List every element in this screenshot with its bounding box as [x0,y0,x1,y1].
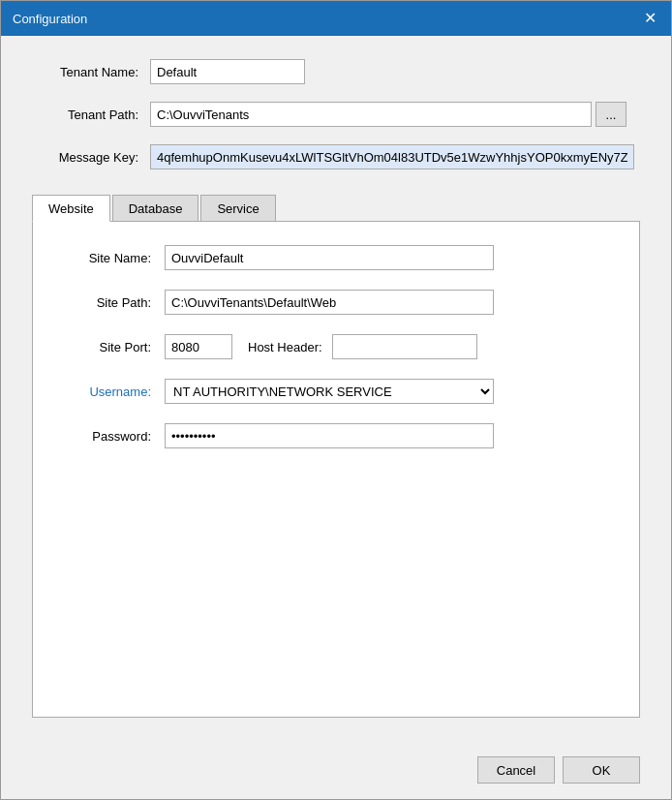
host-header-label: Host Header: [248,340,322,354]
site-path-label: Site Path: [64,295,151,310]
tenant-name-input[interactable] [150,59,305,84]
tabs-container: Website Database Service Site Name: Site… [32,195,640,718]
password-input[interactable] [165,423,494,448]
tenant-name-label: Tenant Name: [32,65,138,79]
tab-service[interactable]: Service [200,195,275,222]
dialog-footer: Cancel OK [1,741,671,799]
username-row: Username: NT AUTHORITY\NETWORK SERVICE [64,379,608,404]
site-path-row: Site Path: [64,290,608,315]
tenant-path-row: Tenant Path: ... [32,102,640,127]
message-key-label: Message Key: [32,150,138,165]
cancel-button[interactable]: Cancel [477,756,555,784]
tab-headers: Website Database Service [32,195,640,222]
site-name-row: Site Name: [64,245,608,270]
tab-content: Site Name: Site Path: Site Port: Host He [32,221,640,718]
tab-database[interactable]: Database [112,195,199,222]
site-path-input[interactable] [165,290,494,315]
title-bar: Configuration ✕ [1,1,671,36]
site-name-input[interactable] [165,245,494,270]
username-label: Username: [64,385,151,399]
message-key-input[interactable] [150,144,634,169]
site-name-label: Site Name: [64,251,151,265]
dialog-body: Tenant Name: Tenant Path: ... Message Ke… [1,36,671,741]
site-port-input[interactable] [165,334,232,359]
password-label: Password: [64,429,151,444]
site-port-label: Site Port: [64,340,151,354]
close-button[interactable]: ✕ [640,9,659,28]
tenant-name-row: Tenant Name: [32,59,640,84]
tenant-path-input[interactable] [150,102,592,127]
host-header-input[interactable] [332,334,477,359]
tenant-path-label: Tenant Path: [32,108,138,122]
configuration-dialog: Configuration ✕ Tenant Name: Tenant Path… [0,0,672,800]
message-key-row: Message Key: [32,144,640,169]
website-panel: Site Name: Site Path: Site Port: Host He [64,245,608,448]
username-select[interactable]: NT AUTHORITY\NETWORK SERVICE [165,379,494,404]
site-port-row: Site Port: Host Header: [64,334,608,359]
password-row: Password: [64,423,608,448]
tenant-path-input-group: ... [150,102,626,127]
browse-button[interactable]: ... [596,102,626,127]
dialog-title: Configuration [13,12,87,26]
ok-button[interactable]: OK [563,756,640,784]
tab-website[interactable]: Website [32,195,110,222]
port-host-group: Host Header: [165,334,477,359]
